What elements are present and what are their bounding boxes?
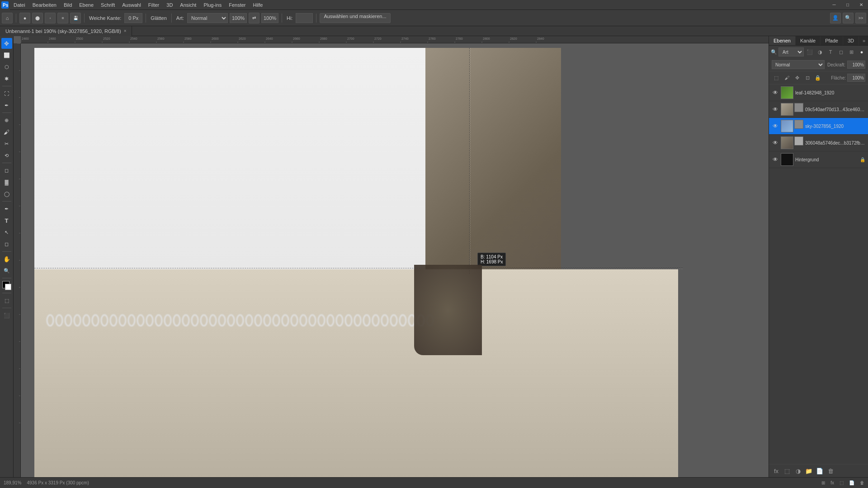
flow-btn[interactable]: ⇄ bbox=[249, 13, 259, 23]
tool-gradient[interactable]: ▓ bbox=[1, 177, 12, 188]
document-tab[interactable]: Unbenannt-1 bei 190% (sky-3027856_1920, … bbox=[0, 26, 132, 36]
lock-transparent-btn[interactable]: ⬚ bbox=[772, 73, 781, 82]
tool-home-btn[interactable]: ⌂ bbox=[2, 13, 13, 23]
add-layer-btn[interactable]: 📄 bbox=[815, 466, 824, 475]
tool-select-rect[interactable]: ⬜ bbox=[1, 50, 12, 61]
filter-toggle-btn[interactable]: ● bbox=[857, 47, 866, 56]
tool-history[interactable]: ⟲ bbox=[1, 150, 12, 161]
maximize-button[interactable]: □ bbox=[841, 0, 854, 10]
tab-close-btn[interactable]: × bbox=[124, 28, 127, 33]
menu-schrift[interactable]: Schrift bbox=[97, 1, 118, 9]
menu-3d[interactable]: 3D bbox=[163, 1, 176, 9]
layer-vis-09c540[interactable]: 👁 bbox=[772, 106, 779, 113]
foreground-color[interactable] bbox=[1, 280, 12, 291]
status-layer-btn[interactable]: 📄 bbox=[849, 479, 854, 488]
tool-screen-mode[interactable]: ⬛ bbox=[1, 310, 12, 321]
layer-vis-leaf[interactable]: 👁 bbox=[772, 89, 779, 96]
tool-eyedropper[interactable]: ✒ bbox=[1, 100, 12, 111]
tab-kanale[interactable]: Kanäle bbox=[796, 36, 821, 45]
canvas-area[interactable]: 2460 2480 2500 2520 2540 2560 2580 bbox=[14, 36, 769, 477]
status-trash-btn[interactable]: 🗑 bbox=[860, 479, 864, 488]
add-group-btn[interactable]: 📁 bbox=[804, 466, 813, 475]
tool-eraser[interactable]: ◻ bbox=[1, 165, 12, 176]
brush-options-btn[interactable]: ≡ bbox=[57, 13, 68, 23]
tool-pen[interactable]: ✒ bbox=[1, 203, 12, 214]
menu-datei[interactable]: Datei bbox=[10, 1, 29, 9]
tool-brush[interactable]: 🖌 bbox=[1, 127, 12, 137]
tool-quick-mask[interactable]: ⬚ bbox=[1, 295, 12, 306]
status-fx-btn[interactable]: fx bbox=[830, 479, 834, 488]
filter-smart-btn[interactable]: ⊞ bbox=[847, 47, 856, 56]
filter-shape-btn[interactable]: ◻ bbox=[836, 47, 845, 56]
tool-text[interactable]: T bbox=[1, 215, 12, 226]
add-adjustment-btn[interactable]: ◑ bbox=[793, 466, 802, 475]
tool-hand[interactable]: ✋ bbox=[1, 253, 12, 264]
tool-path-select[interactable]: ↖ bbox=[1, 227, 12, 238]
fill-value-input[interactable] bbox=[847, 74, 865, 82]
select-mask-btn[interactable]: Auswählen und maskieren... bbox=[320, 13, 390, 23]
delete-layer-btn[interactable]: 🗑 bbox=[826, 466, 835, 475]
status-adjust-btn[interactable]: ⊞ bbox=[821, 479, 825, 488]
add-mask-btn[interactable]: ⬚ bbox=[783, 466, 792, 475]
layer-item-hintergrund[interactable]: 👁 Hintergrund 🔒 bbox=[769, 151, 868, 168]
layer-vis-sky[interactable]: 👁 bbox=[772, 122, 779, 130]
layer-item-sky[interactable]: 👁 sky-3027856_1920 bbox=[769, 118, 868, 135]
layer-item-306048[interactable]: 👁 306048a5746dec...b3172fb3a6c08 bbox=[769, 135, 868, 151]
tool-clone[interactable]: ✂ bbox=[1, 138, 12, 149]
menu-bild[interactable]: Bild bbox=[60, 1, 75, 9]
lock-pixels-btn[interactable]: 🖌 bbox=[782, 73, 791, 82]
tool-move[interactable]: ✥ bbox=[1, 38, 12, 49]
menu-bearbeiten[interactable]: Bearbeiten bbox=[29, 1, 60, 9]
menu-plugins[interactable]: Plug-ins bbox=[200, 1, 225, 9]
filter-type-btn[interactable]: T bbox=[826, 47, 835, 56]
panel-toggle-btn[interactable]: >> bbox=[855, 13, 866, 23]
canvas-content[interactable]: B: 1104 Px H: 1698 Px bbox=[21, 43, 769, 477]
filter-adjust-btn[interactable]: ◑ bbox=[816, 47, 825, 56]
tool-crop[interactable]: ⛶ bbox=[1, 88, 12, 99]
menu-fenster[interactable]: Fenster bbox=[225, 1, 249, 9]
minimize-button[interactable]: ─ bbox=[827, 0, 841, 10]
tab-pfade[interactable]: Pfade bbox=[821, 36, 843, 45]
menu-auswahl[interactable]: Auswahl bbox=[118, 1, 145, 9]
lock-all-btn[interactable]: 🔒 bbox=[813, 73, 822, 82]
brush-preset-btn[interactable]: ● bbox=[19, 13, 30, 23]
tool-zoom[interactable]: 🔍 bbox=[1, 265, 12, 276]
menu-ebene[interactable]: Ebene bbox=[75, 1, 97, 9]
search-btn[interactable]: 🔍 bbox=[843, 13, 854, 23]
mode-select[interactable]: Normal bbox=[187, 13, 228, 23]
panel-pin-btn[interactable]: » bbox=[860, 36, 868, 45]
brush-shape-btn[interactable]: ⬤ bbox=[32, 13, 43, 23]
tab-3d[interactable]: 3D bbox=[843, 36, 859, 45]
layer-item-09c540[interactable]: 👁 09c540aef70d13...43ce460d18f3f2 bbox=[769, 101, 868, 118]
layers-icons-row: ⬚ 🖌 ✥ ⊡ 🔒 Fläche: bbox=[769, 71, 868, 84]
status-mask-btn[interactable]: ⬚ bbox=[840, 479, 844, 488]
brush-dynamics-btn[interactable]: ◦ bbox=[45, 13, 56, 23]
tool-dodge[interactable]: ◯ bbox=[1, 188, 12, 199]
tool-magic-wand[interactable]: ✱ bbox=[1, 73, 12, 84]
menu-ansicht[interactable]: Ansicht bbox=[176, 1, 200, 9]
brush-size-input[interactable] bbox=[124, 13, 142, 23]
add-fx-btn[interactable]: fx bbox=[772, 466, 781, 475]
opacity-value-input[interactable] bbox=[847, 61, 865, 69]
workspace-btn[interactable]: 👤 bbox=[830, 13, 841, 23]
filter-pixel-btn[interactable]: ⬛ bbox=[805, 47, 814, 56]
menu-hilfe[interactable]: Hilfe bbox=[249, 1, 266, 9]
lock-artboard-btn[interactable]: ⊡ bbox=[803, 73, 812, 82]
hi-input[interactable] bbox=[296, 13, 313, 23]
close-button[interactable]: ✕ bbox=[854, 0, 868, 10]
layer-mode-select[interactable]: Normal bbox=[772, 60, 825, 69]
layers-filter-select[interactable]: Art bbox=[778, 47, 804, 56]
lock-position-btn[interactable]: ✥ bbox=[793, 73, 802, 82]
menu-filter[interactable]: Filter bbox=[145, 1, 163, 9]
tab-ebenen[interactable]: Ebenen bbox=[769, 36, 796, 45]
svg-point-88 bbox=[246, 315, 252, 326]
layer-vis-hintergrund[interactable]: 👁 bbox=[772, 156, 779, 163]
layer-vis-306048[interactable]: 👁 bbox=[772, 139, 779, 146]
tool-healing[interactable]: ⊕ bbox=[1, 115, 12, 126]
flow-input[interactable] bbox=[261, 13, 278, 23]
brush-save-btn[interactable]: 💾 bbox=[70, 13, 81, 23]
tool-shape[interactable]: ◻ bbox=[1, 239, 12, 249]
layer-item-leaf[interactable]: 👁 leaf-1482948_1920 bbox=[769, 84, 868, 101]
tool-lasso[interactable]: ⬡ bbox=[1, 61, 12, 72]
opacity-input[interactable] bbox=[230, 13, 247, 23]
